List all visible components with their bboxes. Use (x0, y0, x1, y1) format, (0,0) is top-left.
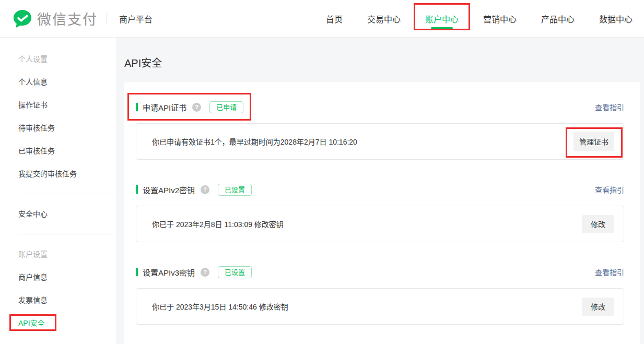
main-content: API安全 申请API证书 ? 已申请 查看指引 你已申请有效证书1个，最早过期… (116, 38, 644, 344)
active-tab-underline (431, 27, 453, 29)
brand[interactable]: 微信支付 (13, 8, 98, 29)
card-api-cert: 你已申请有效证书1个，最早过期时间为2028年2月7日 10:16:20 管理证… (136, 123, 624, 160)
nav-item-product-center[interactable]: 产品中心 (541, 0, 575, 38)
sidebar-item-my-submitted-tasks[interactable]: 我提交的审核任务 (0, 162, 116, 185)
status-badge-set: 已设置 (218, 266, 252, 278)
nav-item-home[interactable]: 首页 (326, 0, 343, 38)
card-text: 你已于 2023年2月8日 11:03:09 修改密钥 (152, 219, 284, 229)
manage-cert-button[interactable]: 管理证书 (573, 132, 614, 151)
brand-logo-text: 微信支付 (37, 8, 98, 29)
section-title: 设置APIv3密钥 (143, 267, 195, 278)
portal-label: 商户平台 (119, 13, 153, 25)
sidebar-item-merchant-info[interactable]: 商户信息 (0, 266, 116, 289)
guide-link-apiv3[interactable]: 查看指引 (595, 267, 624, 277)
sidebar-item-personal-info[interactable]: 个人信息 (0, 70, 116, 93)
section-header-api-cert: 申请API证书 ? 已申请 查看指引 (136, 100, 624, 114)
section-title: 申请API证书 (143, 102, 186, 113)
modify-apiv2-key-button[interactable]: 修改 (582, 215, 614, 233)
guide-link-api-cert[interactable]: 查看指引 (595, 102, 624, 112)
sidebar-group-account-settings: 账户设置 (0, 243, 116, 266)
sidebar-item-operation-cert[interactable]: 操作证书 (0, 93, 116, 116)
card-apiv3-key: 你已于 2023年3月15日 14:50:46 修改密钥 修改 (136, 288, 624, 325)
help-icon[interactable]: ? (201, 185, 209, 194)
section-accent-bar (136, 103, 138, 111)
page-title: API安全 (124, 55, 640, 70)
help-icon[interactable]: ? (201, 268, 209, 277)
sidebar-divider (18, 194, 115, 194)
card-text: 你已申请有效证书1个，最早过期时间为2028年2月7日 10:16:20 (152, 136, 357, 147)
section-title: 设置APIv2密钥 (143, 184, 195, 195)
sidebar: 个人设置 个人信息 操作证书 待审核任务 已审核任务 我提交的审核任务 安全中心… (0, 38, 116, 344)
sidebar-item-invoice-info[interactable]: 发票信息 (0, 289, 116, 312)
sidebar-item-pending-review-tasks[interactable]: 待审核任务 (0, 116, 116, 139)
card-text: 你已于 2023年3月15日 14:50:46 修改密钥 (152, 301, 288, 312)
section-header-apiv3-key: 设置APIv3密钥 ? 已设置 查看指引 (136, 265, 624, 279)
modify-apiv3-key-button[interactable]: 修改 (582, 298, 614, 316)
wechat-pay-logo-icon (13, 9, 32, 29)
top-header: 微信支付 商户平台 首页 交易中心 账户中心 营销中心 产品中心 数据中心 (0, 0, 644, 38)
sidebar-group-personal-settings: 个人设置 (0, 48, 116, 70)
sidebar-item-api-security[interactable]: API安全 (0, 312, 116, 335)
section-header-apiv2-key: 设置APIv2密钥 ? 已设置 查看指引 (136, 183, 624, 196)
card-apiv2-key: 你已于 2023年2月8日 11:03:09 修改密钥 修改 (136, 206, 624, 242)
status-badge-set: 已设置 (218, 184, 252, 196)
sidebar-item-reviewed-tasks[interactable]: 已审核任务 (0, 139, 116, 162)
content-panel: 申请API证书 ? 已申请 查看指引 你已申请有效证书1个，最早过期时间为202… (124, 82, 640, 344)
sidebar-divider (18, 234, 115, 234)
sidebar-item-security-center[interactable]: 安全中心 (0, 203, 116, 226)
nav-item-trade-center[interactable]: 交易中心 (367, 0, 401, 38)
status-badge-applied: 已申请 (209, 101, 243, 113)
nav-item-account-center[interactable]: 账户中心 (425, 0, 459, 38)
guide-link-apiv2[interactable]: 查看指引 (595, 184, 624, 195)
help-icon[interactable]: ? (192, 103, 201, 112)
brand-divider (107, 13, 107, 25)
section-accent-bar (136, 268, 138, 276)
section-accent-bar (136, 185, 138, 194)
nav-item-data-center[interactable]: 数据中心 (599, 0, 633, 38)
nav-item-marketing-center[interactable]: 营销中心 (483, 0, 517, 38)
top-nav: 首页 交易中心 账户中心 营销中心 产品中心 数据中心 (326, 0, 638, 38)
